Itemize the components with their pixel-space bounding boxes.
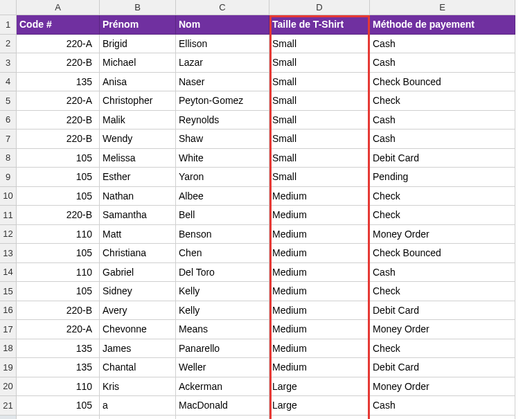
cell-nom[interactable]: Yaron — [176, 168, 269, 187]
cell-taille[interactable]: Medium — [269, 339, 370, 359]
cell-taille[interactable]: Small — [269, 111, 370, 130]
cell-code[interactable]: 110 — [17, 225, 100, 244]
cell-methode[interactable]: Cash — [370, 130, 515, 149]
cell-methode[interactable]: Cash — [370, 396, 515, 416]
cell-prenom[interactable]: Matt — [100, 225, 176, 244]
row-header-19[interactable]: 19 — [0, 358, 17, 377]
col-header-D[interactable]: D — [269, 0, 370, 15]
cell-prenom[interactable]: Sidney — [100, 282, 176, 301]
row-header-12[interactable]: 12 — [0, 225, 17, 244]
row-header-20[interactable]: 20 — [0, 377, 17, 397]
cell-prenom[interactable]: Chevonne — [100, 320, 176, 339]
cell-methode[interactable]: Pending — [370, 416, 515, 420]
cell-nom[interactable]: Lazar — [176, 53, 269, 73]
row-header-13[interactable]: 13 — [0, 244, 17, 263]
cell-prenom[interactable]: Nathan — [100, 187, 176, 206]
cell-nom[interactable]: Reynolds — [176, 111, 269, 130]
cell-methode[interactable]: Cash — [370, 53, 515, 73]
cell-code[interactable]: 220-B — [17, 130, 100, 149]
cell-code[interactable]: 105 — [17, 187, 100, 206]
cell-code[interactable]: 220-B — [17, 301, 100, 321]
cell-nom[interactable]: Peyton-Gomez — [176, 91, 269, 111]
cell-nom[interactable]: Olivera — [176, 416, 269, 420]
row-header-5[interactable]: 5 — [0, 91, 17, 111]
cell-nom[interactable]: Bell — [176, 206, 269, 225]
cell-prenom[interactable]: a — [100, 396, 176, 416]
cell-code[interactable]: 105 — [17, 149, 100, 168]
cell-taille[interactable]: Large — [269, 377, 370, 397]
cell-nom[interactable]: Albee — [176, 187, 269, 206]
cell-nom[interactable]: Ellison — [176, 35, 269, 54]
cell-nom[interactable]: Weller — [176, 358, 269, 377]
cell-methode[interactable]: Debit Card — [370, 301, 515, 321]
cell-taille[interactable]: Small — [269, 130, 370, 149]
cell-prenom[interactable]: Malik — [100, 111, 176, 130]
cell-methode[interactable]: Money Order — [370, 320, 515, 339]
cell-code[interactable]: 105 — [17, 168, 100, 187]
row-header-22[interactable]: 22 — [0, 416, 17, 420]
cell-methode[interactable]: Check — [370, 91, 515, 111]
row-header-1[interactable]: 1 — [0, 15, 17, 35]
cell-methode[interactable]: Pending — [370, 168, 515, 187]
cell-code[interactable]: 110 — [17, 416, 100, 420]
cell-code[interactable]: 220-A — [17, 35, 100, 54]
cell-nom[interactable]: Ackerman — [176, 377, 269, 397]
cell-taille[interactable]: Medium — [269, 282, 370, 301]
cell-methode[interactable]: Cash — [370, 111, 515, 130]
cell-prenom[interactable]: Michael — [100, 53, 176, 73]
cell-methode[interactable]: Debit Card — [370, 358, 515, 377]
row-header-3[interactable]: 3 — [0, 53, 17, 73]
cell-nom[interactable]: Del Toro — [176, 263, 269, 283]
row-header-15[interactable]: 15 — [0, 282, 17, 301]
cell-taille[interactable]: Small — [269, 73, 370, 92]
cell-code[interactable]: 220-B — [17, 53, 100, 73]
cell-nom[interactable]: Benson — [176, 225, 269, 244]
cell-nom[interactable]: White — [176, 149, 269, 168]
cell-nom[interactable]: Shaw — [176, 130, 269, 149]
row-header-4[interactable]: 4 — [0, 73, 17, 92]
cell-methode[interactable]: Debit Card — [370, 149, 515, 168]
cell-prenom[interactable]: Esther — [100, 168, 176, 187]
row-header-21[interactable]: 21 — [0, 396, 17, 416]
cell-nom[interactable]: MacDonald — [176, 396, 269, 416]
cell-methode[interactable]: Check — [370, 187, 515, 206]
cell-code[interactable]: 105 — [17, 396, 100, 416]
header-cell-methode[interactable]: Méthode de payement — [370, 15, 515, 35]
cell-taille[interactable]: Small — [269, 91, 370, 111]
cell-taille[interactable]: Medium — [269, 320, 370, 339]
cell-methode[interactable]: Cash — [370, 263, 515, 283]
col-header-A[interactable]: A — [17, 0, 100, 15]
cell-methode[interactable]: Cash — [370, 35, 515, 54]
cell-prenom[interactable]: Wendy — [100, 130, 176, 149]
cell-prenom[interactable]: Regina — [100, 416, 176, 420]
cell-prenom[interactable]: Kris — [100, 377, 176, 397]
cell-code[interactable]: 220-A — [17, 91, 100, 111]
row-header-2[interactable]: 2 — [0, 35, 17, 54]
cell-code[interactable]: 105 — [17, 282, 100, 301]
cell-nom[interactable]: Chen — [176, 244, 269, 263]
cell-prenom[interactable]: Christiana — [100, 244, 176, 263]
cell-code[interactable]: 220-B — [17, 206, 100, 225]
row-header-10[interactable]: 10 — [0, 187, 17, 206]
row-header-16[interactable]: 16 — [0, 301, 17, 321]
cell-nom[interactable]: Kelly — [176, 282, 269, 301]
select-all-corner[interactable] — [0, 0, 17, 15]
header-cell-taille[interactable]: Taille de T-Shirt — [269, 15, 370, 35]
cell-code[interactable]: 220-B — [17, 111, 100, 130]
cell-taille[interactable]: Large — [269, 416, 370, 420]
cell-code[interactable]: 135 — [17, 73, 100, 92]
header-cell-prenom[interactable]: Prénom — [100, 15, 176, 35]
cell-taille[interactable]: Small — [269, 53, 370, 73]
cell-code[interactable]: 135 — [17, 339, 100, 359]
cell-nom[interactable]: Naser — [176, 73, 269, 92]
cell-taille[interactable]: Small — [269, 149, 370, 168]
cell-code[interactable]: 105 — [17, 244, 100, 263]
cell-prenom[interactable]: James — [100, 339, 176, 359]
header-cell-code[interactable]: Code # — [17, 15, 100, 35]
cell-prenom[interactable]: Gabriel — [100, 263, 176, 283]
cell-prenom[interactable]: Chantal — [100, 358, 176, 377]
cell-taille[interactable]: Medium — [269, 244, 370, 263]
row-header-7[interactable]: 7 — [0, 130, 17, 149]
row-header-18[interactable]: 18 — [0, 339, 17, 359]
cell-methode[interactable]: Check Bounced — [370, 244, 515, 263]
